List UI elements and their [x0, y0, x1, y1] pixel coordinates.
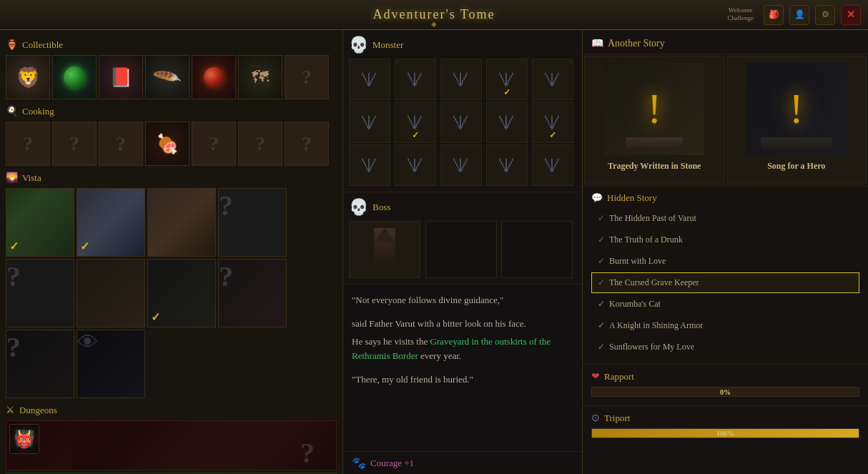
monster-cell-5[interactable]: ⩛ — [532, 59, 573, 100]
monster-cell-14[interactable]: ⩛ — [486, 144, 528, 186]
vista-cell-6[interactable] — [77, 259, 145, 327]
collectible-item-3[interactable]: 📕 — [99, 55, 143, 99]
collectible-item-1[interactable]: 🦁 — [6, 55, 50, 99]
vista-cell-9[interactable]: ? — [6, 330, 74, 398]
monster-header: 💀 Monster — [349, 36, 576, 54]
story-card-1[interactable]: ! Tragedy Written in Stone — [584, 56, 725, 184]
collectible-icon: 🏺 — [6, 39, 18, 51]
book-base-2 — [761, 137, 832, 152]
collectible-item-6[interactable]: 🗺 — [238, 55, 282, 99]
hidden-story-section: 💬 Hidden Story ✓ The Hidden Past of Varu… — [583, 186, 868, 364]
dungeon-item-1[interactable]: 👹 ? — [6, 420, 337, 470]
hidden-story-item-1[interactable]: ✓ The Truth of a Drunk — [591, 229, 859, 250]
vista-cell-1[interactable]: ✓ — [6, 188, 74, 257]
vista-eye-10: 👁 — [77, 330, 99, 354]
collectible-item-7[interactable]: ? — [285, 55, 329, 99]
story-quote-1: "Not everyone follows divine guidance," — [352, 293, 573, 308]
story-card-2[interactable]: ! Song for a Hero — [726, 56, 867, 184]
story-item-label-1: The Truth of a Drunk — [609, 234, 683, 245]
boss-cell-3[interactable] — [501, 221, 573, 278]
monster-cell-7[interactable]: ⩛ ✓ — [395, 102, 436, 143]
vista-cell-4[interactable]: ? — [218, 188, 287, 257]
monster-cell-9[interactable]: ⩛ — [486, 102, 528, 143]
rapport-progress-bar: 0% — [591, 387, 859, 397]
vista-grid: ✓ ✓ ? ? ✓ ? ? 👁 — [6, 188, 337, 398]
cooking-item-4[interactable]: 🍖 — [145, 122, 189, 166]
monster-cell-8[interactable]: ⩛ — [440, 102, 482, 143]
cooking-item-6[interactable]: ? — [238, 122, 282, 166]
collectible-item-4[interactable]: 🪶 — [145, 55, 189, 99]
cooking-unknown-6: ? — [255, 132, 265, 155]
collectible-item-2[interactable] — [52, 55, 97, 99]
cooking-item-7[interactable]: ? — [285, 122, 329, 166]
story-card-image-2: ! — [746, 62, 847, 155]
monster-icon-8: ⩛ — [451, 111, 471, 134]
vista-cell-7[interactable]: ✓ — [147, 259, 216, 327]
hidden-story-item-3[interactable]: ✓ The Cursed Grave Keeper — [591, 272, 859, 293]
vista-header: 🌄 Vista — [6, 172, 337, 184]
hidden-story-item-4[interactable]: ✓ Korumba's Cat — [591, 294, 859, 315]
monster-cell-15[interactable]: ⩛ — [532, 144, 573, 186]
boss-header: 💀 Boss — [349, 198, 576, 217]
story-item-check-3: ✓ — [598, 277, 605, 288]
hidden-story-item-5[interactable]: ✓ A Knight in Shining Armor — [591, 315, 859, 336]
cooking-label: Cooking — [22, 106, 54, 117]
story-card-image-1: ! — [604, 62, 704, 155]
hidden-story-item-2[interactable]: ✓ Burnt with Love — [591, 251, 859, 272]
monster-icon-9: ⩛ — [497, 111, 517, 134]
dungeons-icon: ⚔ — [6, 404, 15, 416]
cooking-item-2[interactable]: ? — [52, 122, 97, 166]
green-orb-icon — [64, 66, 85, 88]
monster-cell-3[interactable]: ⩛ — [440, 59, 482, 100]
close-button[interactable]: ✕ — [841, 5, 861, 25]
monster-cell-10[interactable]: ⩛ ✓ — [532, 102, 573, 143]
hidden-story-bubble-icon: 💬 — [591, 192, 603, 204]
cooking-item-1[interactable]: ? — [6, 122, 50, 166]
another-story-icon: 📖 — [591, 37, 603, 49]
triport-label: Triport — [604, 413, 630, 424]
story-item-label-5: A Knight in Shining Armor — [609, 320, 703, 331]
monster-cell-12[interactable]: ⩛ — [395, 144, 436, 186]
vista-cell-3[interactable] — [147, 188, 216, 257]
monster-cell-2[interactable]: ⩛ — [395, 59, 436, 100]
monster-cell-1[interactable]: ⩛ — [349, 59, 390, 100]
cooking-icon: 🍳 — [6, 105, 18, 117]
hidden-story-label: Hidden Story — [607, 192, 657, 204]
dungeon-bg-1 — [72, 421, 336, 470]
vista-q-9: ? — [6, 331, 21, 363]
vista-cell-5[interactable]: ? — [6, 259, 74, 327]
welcome-area: WelcomeChallenge — [728, 6, 754, 23]
inventory-icon-btn[interactable]: 🎒 — [764, 5, 784, 25]
vista-cell-2[interactable]: ✓ — [77, 188, 145, 257]
boss-cell-2[interactable] — [425, 221, 497, 278]
collectible-item-5[interactable] — [192, 55, 236, 99]
vista-icon: 🌄 — [6, 172, 18, 184]
monster-cell-13[interactable]: ⩛ — [440, 144, 482, 186]
hidden-story-item-0[interactable]: ✓ The Hidden Past of Varut — [591, 208, 859, 229]
courage-icon: 🐾 — [352, 456, 366, 470]
story-item-check-1: ✓ — [598, 234, 605, 245]
monster-grid: ⩛ ⩛ ⩛ ⩛ ✓ ⩛ ⩛ ⩛ ✓ ⩛ ⩛ ⩛ ✓ — [349, 59, 576, 186]
dungeon-avatar-1: 👹 — [9, 424, 39, 454]
rapport-label: Rapport — [604, 371, 634, 382]
story-text-area[interactable]: "Not everyone follows divine guidance," … — [343, 285, 582, 451]
monster-check-10: ✓ — [549, 130, 556, 141]
character-icon-btn[interactable]: 👤 — [789, 5, 809, 25]
cooking-unknown-2: ? — [69, 132, 79, 155]
hidden-story-item-6[interactable]: ✓ Sunflowers for My Love — [591, 337, 859, 357]
monster-cell-6[interactable]: ⩛ — [349, 102, 390, 143]
cooking-item-5[interactable]: ? — [192, 122, 236, 166]
cooking-item-3[interactable]: ? — [99, 122, 143, 166]
story-card-bg-1: ! — [604, 62, 704, 155]
story-footer: 🐾 Courage +1 — [343, 451, 582, 474]
rapport-heart-icon: ❤ — [591, 370, 600, 382]
monster-cell-4[interactable]: ⩛ ✓ — [486, 59, 528, 100]
vista-cell-8[interactable]: ? — [218, 259, 287, 327]
monster-check-4: ✓ — [503, 87, 511, 98]
boss-cell-1[interactable] — [349, 221, 420, 278]
settings-icon-btn[interactable]: ⚙ — [815, 5, 835, 25]
story-item-check-2: ✓ — [598, 256, 605, 267]
dungeons-label: Dungeons — [19, 405, 57, 416]
vista-cell-10[interactable]: 👁 — [77, 330, 145, 398]
monster-cell-11[interactable]: ⩛ — [349, 144, 390, 186]
